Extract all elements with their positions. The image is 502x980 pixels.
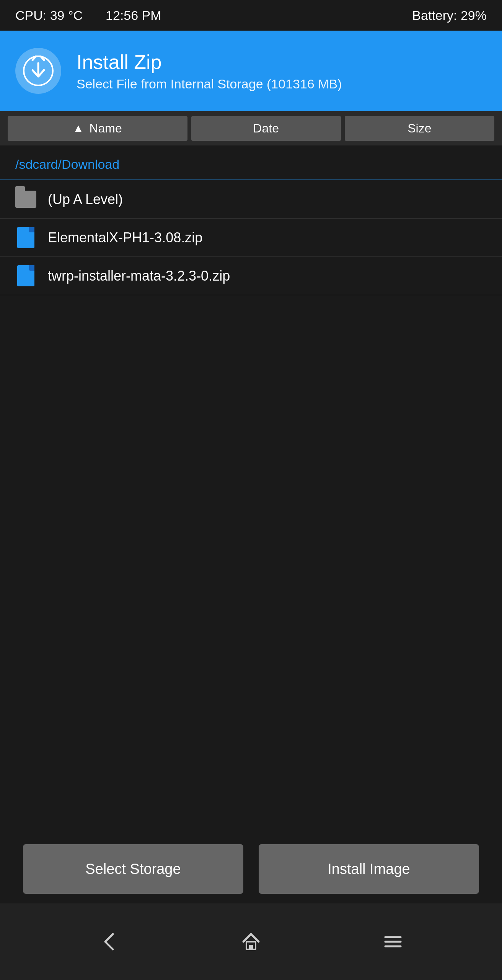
time-status: 12:56 PM <box>106 8 161 23</box>
file-name-up: (Up A Level) <box>48 191 123 207</box>
sort-size-label: Size <box>407 121 431 136</box>
sort-by-size-button[interactable]: Size <box>345 116 494 141</box>
path-bar: /sdcard/Download <box>0 145 502 180</box>
back-icon <box>98 930 121 953</box>
select-storage-button[interactable]: Select Storage <box>23 844 243 894</box>
install-image-button[interactable]: Install Image <box>259 844 479 894</box>
app-header: Install Zip Select File from Internal St… <box>0 31 502 111</box>
svg-rect-3 <box>249 945 253 949</box>
menu-button[interactable] <box>374 923 412 961</box>
list-item[interactable]: ElementalX-PH1-3.08.zip <box>0 219 502 257</box>
list-item[interactable]: twrp-installer-mata-3.2.3-0.zip <box>0 257 502 295</box>
sort-bar: ▲ Name Date Size <box>0 111 502 145</box>
sort-name-label: Name <box>89 121 122 136</box>
file-list: (Up A Level) ElementalX-PH1-3.08.zip twr… <box>0 180 502 295</box>
bottom-buttons: Select Storage Install Image <box>0 835 502 903</box>
battery-status: Battery: 29% <box>412 8 487 23</box>
status-bar: CPU: 39 °C 12:56 PM Battery: 29% <box>0 0 502 31</box>
menu-icon <box>381 930 404 953</box>
file-name-twrp: twrp-installer-mata-3.2.3-0.zip <box>48 268 230 284</box>
home-icon <box>240 930 262 953</box>
sort-by-name-button[interactable]: ▲ Name <box>8 116 187 141</box>
back-button[interactable] <box>90 923 128 961</box>
status-bar-left: CPU: 39 °C 12:56 PM <box>15 8 161 23</box>
current-path: /sdcard/Download <box>15 157 119 172</box>
app-subtitle: Select File from Internal Storage (10131… <box>77 77 342 91</box>
app-icon <box>15 48 61 94</box>
sort-by-date-button[interactable]: Date <box>191 116 341 141</box>
file-name-elementalx: ElementalX-PH1-3.08.zip <box>48 230 202 246</box>
navigation-bar <box>0 903 502 980</box>
sort-date-label: Date <box>253 121 279 136</box>
folder-icon <box>15 189 36 210</box>
file-icon <box>15 227 36 248</box>
cpu-status: CPU: 39 °C <box>15 8 83 23</box>
file-icon <box>15 265 36 286</box>
sort-arrow-icon: ▲ <box>73 122 84 134</box>
list-item[interactable]: (Up A Level) <box>0 180 502 219</box>
app-title: Install Zip <box>77 51 342 74</box>
install-zip-icon <box>23 56 54 86</box>
header-text-container: Install Zip Select File from Internal St… <box>77 51 342 91</box>
home-button[interactable] <box>232 923 270 961</box>
